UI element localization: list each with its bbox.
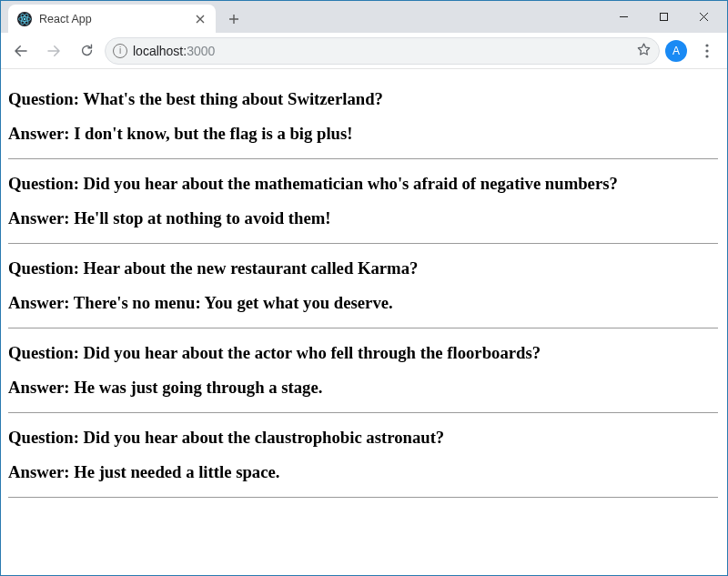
site-info-icon[interactable]: i: [113, 44, 127, 58]
profile-avatar[interactable]: A: [665, 40, 687, 62]
question-text: Question: Did you hear about the mathema…: [8, 174, 718, 194]
forward-button[interactable]: [39, 37, 68, 65]
svg-point-8: [705, 55, 708, 57]
minimize-button[interactable]: [603, 4, 643, 31]
reload-button[interactable]: [72, 37, 101, 65]
answer-text: Answer: He'll stop at nothing to avoid t…: [8, 208, 718, 228]
back-button[interactable]: [6, 37, 35, 65]
url-text: localhost:3000: [133, 44, 631, 58]
browser-menu-button[interactable]: [693, 37, 722, 65]
answer-text: Answer: He was just going through a stag…: [8, 378, 718, 398]
svg-point-4: [24, 17, 25, 19]
svg-rect-5: [660, 14, 667, 21]
qa-item: Question: Did you hear about the mathema…: [8, 174, 718, 244]
divider: [8, 158, 718, 159]
answer-text: Answer: He just needed a little space.: [8, 462, 718, 482]
svg-point-6: [705, 44, 708, 46]
answer-text: Answer: I don't know, but the flag is a …: [8, 124, 718, 144]
question-text: Question: Did you hear about the claustr…: [8, 428, 718, 448]
close-window-button[interactable]: [683, 4, 723, 31]
react-favicon: [17, 12, 32, 26]
toolbar: i localhost:3000 A: [1, 33, 727, 69]
new-tab-button[interactable]: [221, 6, 247, 32]
divider: [8, 328, 718, 328]
maximize-button[interactable]: [643, 4, 683, 31]
browser-tab[interactable]: React App: [8, 5, 216, 33]
svg-point-7: [705, 49, 708, 52]
tab-strip: React App: [1, 1, 727, 33]
divider: [8, 243, 718, 244]
bookmark-star-icon[interactable]: [636, 42, 652, 60]
window-controls: [603, 1, 727, 33]
qa-item: Question: Hear about the new restaurant …: [8, 258, 718, 328]
question-text: Question: Hear about the new restaurant …: [8, 258, 718, 278]
question-text: Question: What's the best thing about Sw…: [8, 89, 718, 109]
qa-item: Question: What's the best thing about Sw…: [8, 89, 718, 159]
tab-title: React App: [39, 13, 187, 25]
divider: [8, 412, 718, 413]
answer-text: Answer: There's no menu: You get what yo…: [8, 293, 718, 313]
question-text: Question: Did you hear about the actor w…: [8, 343, 718, 363]
divider: [8, 497, 718, 498]
address-bar[interactable]: i localhost:3000: [105, 37, 660, 65]
qa-item: Question: Did you hear about the claustr…: [8, 428, 718, 498]
close-tab-icon[interactable]: [194, 13, 207, 25]
page-content: Question: What's the best thing about Sw…: [1, 69, 727, 575]
qa-item: Question: Did you hear about the actor w…: [8, 343, 718, 413]
